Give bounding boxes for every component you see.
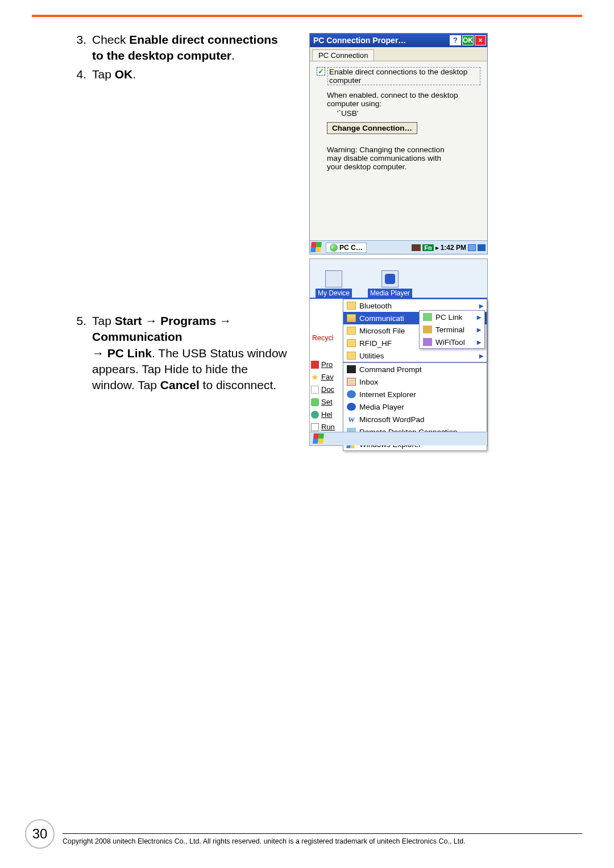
start-menu-left-column: Pro ★Fav Doc Set Hel Run bbox=[311, 358, 335, 433]
tray-network-icon[interactable] bbox=[478, 244, 486, 251]
checkbox-row: ✓ Enable direct connections to the deskt… bbox=[317, 67, 480, 85]
tray-desktop-icon[interactable] bbox=[468, 244, 476, 251]
start-bar bbox=[310, 432, 487, 445]
app-media-player[interactable]: Media Player bbox=[343, 400, 487, 413]
step-number: 4. bbox=[73, 66, 92, 82]
menu-item-utilities[interactable]: Utilities▸ bbox=[343, 349, 487, 362]
label: Internet Explorer bbox=[359, 390, 416, 399]
a: → bbox=[92, 347, 107, 360]
taskbar-item[interactable]: PC C… bbox=[326, 243, 367, 253]
windows-flag-icon bbox=[310, 242, 322, 252]
start-button[interactable] bbox=[313, 433, 326, 445]
warning-text: Warning: Changing the connection may dis… bbox=[327, 145, 446, 171]
desktop-icon-my-device[interactable]: My Device bbox=[316, 270, 352, 298]
media-player-icon bbox=[381, 270, 399, 287]
taskbar-item-label: PC C… bbox=[339, 244, 363, 252]
submenu-item-wifitool[interactable]: WiFiTool▸ bbox=[420, 336, 484, 348]
text: Check bbox=[92, 33, 129, 46]
when-enabled-text: When enabled, connect to the desktop com… bbox=[327, 91, 480, 108]
t: to disconnect. bbox=[200, 378, 276, 391]
terminal-icon bbox=[423, 326, 432, 333]
windows-flag-icon bbox=[313, 433, 324, 444]
label: Microsoft WordPad bbox=[359, 415, 425, 424]
checkbox-label: Enable direct connections to the desktop… bbox=[327, 67, 480, 85]
pc-link-icon bbox=[423, 313, 432, 321]
app-wordpad[interactable]: WMicrosoft WordPad bbox=[343, 413, 487, 425]
label: Utilities bbox=[359, 352, 384, 360]
start-item-favorites[interactable]: ★Fav bbox=[311, 371, 335, 383]
a: → bbox=[142, 314, 161, 327]
app-command-prompt[interactable]: Command Prompt bbox=[343, 363, 487, 375]
desktop-icon-media-player[interactable]: Media Player bbox=[368, 270, 412, 298]
tray-kb-icon[interactable] bbox=[412, 244, 421, 251]
start-item-programs[interactable]: Pro bbox=[311, 358, 335, 371]
folder-open-icon bbox=[347, 314, 356, 322]
submenu-arrow-icon: ▸ bbox=[479, 301, 483, 310]
text: Tap bbox=[92, 68, 115, 81]
label: Terminal bbox=[435, 326, 464, 334]
my-device-icon bbox=[325, 270, 342, 287]
close-button[interactable]: × bbox=[475, 35, 486, 45]
bold-text: OK bbox=[115, 68, 133, 81]
a: → bbox=[216, 314, 231, 327]
desktop-icon-recycle-label: Recycl bbox=[312, 334, 334, 342]
submenu-arrow-icon: ▸ bbox=[477, 325, 481, 334]
lbl: Fav bbox=[321, 373, 334, 381]
lbl: Pro bbox=[321, 360, 333, 369]
step-number: 5. bbox=[73, 313, 92, 394]
start-button[interactable] bbox=[311, 242, 323, 253]
folder-icon bbox=[347, 352, 356, 360]
submenu-item-pc-link[interactable]: PC Link▸ bbox=[420, 311, 484, 323]
step-text: Check Enable direct connections to the d… bbox=[92, 32, 289, 64]
label: Bluetooth bbox=[359, 302, 392, 310]
label: WiFiTool bbox=[435, 338, 465, 347]
ok-button[interactable]: OK bbox=[462, 35, 474, 45]
tab-pc-connection[interactable]: PC Connection bbox=[312, 49, 374, 61]
steps-list: 3. Check Enable direct connections to th… bbox=[73, 32, 289, 85]
label: RFID_HF bbox=[359, 339, 392, 348]
system-tray: Fn ▸ 1:42 PM bbox=[412, 244, 487, 252]
start-item-documents[interactable]: Doc bbox=[311, 383, 335, 396]
taskbar: PC C… Fn ▸ 1:42 PM bbox=[310, 240, 487, 254]
tray-fn-icon[interactable]: Fn bbox=[422, 244, 433, 251]
start-item-help[interactable]: Hel bbox=[311, 408, 335, 421]
settings-icon bbox=[311, 398, 319, 406]
step-3: 3. Check Enable direct connections to th… bbox=[73, 32, 289, 64]
dialog-body: ✓ Enable direct connections to the deskt… bbox=[310, 61, 487, 177]
help-button[interactable]: ? bbox=[450, 35, 461, 45]
start-item-settings[interactable]: Set bbox=[311, 396, 335, 408]
label: Communicati bbox=[359, 314, 404, 323]
title-bar: PC Connection Proper… ? OK × bbox=[310, 34, 487, 47]
step-5-block: 5. Tap Start → Programs → Communication … bbox=[73, 85, 289, 394]
submenu-arrow-icon: ▸ bbox=[477, 337, 481, 347]
page-number: 30 bbox=[25, 819, 55, 849]
label: Media Player bbox=[359, 403, 404, 411]
checkbox-enable-direct[interactable]: ✓ bbox=[317, 67, 325, 76]
app-inbox[interactable]: Inbox bbox=[343, 375, 487, 388]
app-internet-explorer[interactable]: Internet Explorer bbox=[343, 388, 487, 400]
lbl: Set bbox=[321, 398, 333, 406]
header-accent-bar bbox=[32, 15, 582, 17]
lbl: Hel bbox=[321, 410, 333, 419]
usb-text: '`USB' bbox=[337, 109, 480, 118]
label: Microsoft File bbox=[359, 327, 405, 335]
submenu-item-terminal[interactable]: Terminal▸ bbox=[420, 323, 484, 336]
wifitool-icon bbox=[423, 338, 432, 346]
folder-icon bbox=[347, 339, 356, 347]
lbl: Run bbox=[321, 423, 335, 431]
b: PC Link bbox=[107, 347, 152, 360]
tray-clock: 1:42 PM bbox=[441, 244, 466, 252]
window-title: PC Connection Proper… bbox=[313, 36, 406, 45]
desktop-icon-label: Media Player bbox=[368, 289, 412, 298]
command-prompt-icon bbox=[347, 365, 356, 373]
change-connection-button[interactable]: Change Connection… bbox=[327, 122, 417, 134]
label: Inbox bbox=[359, 378, 378, 386]
run-icon bbox=[311, 423, 319, 431]
footer-copyright: Copyright 2008 unitech Electronics Co., … bbox=[63, 833, 582, 845]
b: Programs bbox=[160, 314, 216, 327]
label: Command Prompt bbox=[359, 365, 422, 374]
help-icon bbox=[311, 411, 319, 419]
step-4: 4. Tap OK. bbox=[73, 66, 289, 82]
folder-icon bbox=[347, 302, 356, 310]
media-player-icon bbox=[347, 403, 356, 411]
